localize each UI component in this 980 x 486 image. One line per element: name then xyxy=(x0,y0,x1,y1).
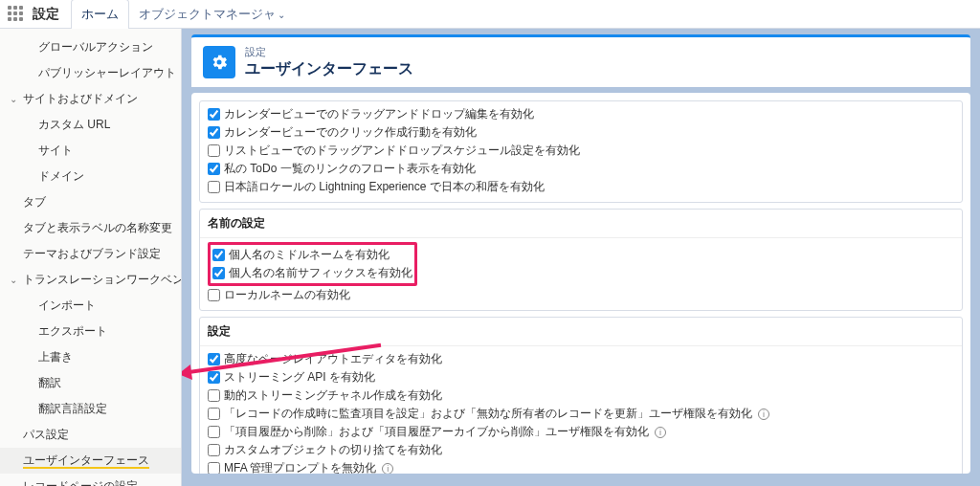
sidebar-item[interactable]: ユーザインターフェース xyxy=(0,448,181,474)
checkbox-row: 高度なページレイアウトエディタを有効化 xyxy=(208,350,954,368)
sidebar-item-label: タブ xyxy=(23,195,46,209)
sidebar-item[interactable]: タブ xyxy=(0,189,181,215)
checkbox-row: 「項目履歴から削除」および「項目履歴アーカイブから削除」ユーザ権限を有効化i xyxy=(208,423,954,441)
sidebar-item[interactable]: パブリッシャーレイアウト xyxy=(0,60,181,86)
sidebar-item[interactable]: テーマおよびブランド設定 xyxy=(0,241,181,267)
checkbox[interactable] xyxy=(208,108,220,121)
checkbox-label: リストビューでのドラッグアンドドロップスケジュール設定を有効化 xyxy=(224,143,580,159)
section-title: 設定 xyxy=(200,318,962,346)
sidebar-item-label: 翻訳言語設定 xyxy=(38,402,107,415)
checkbox[interactable] xyxy=(208,462,220,474)
checkbox-row: 私の ToDo 一覧のリンクのフロート表示を有効化 xyxy=(208,160,954,178)
info-icon[interactable]: i xyxy=(655,427,666,438)
info-icon[interactable]: i xyxy=(758,409,769,420)
tab-home[interactable]: ホーム xyxy=(71,0,129,29)
sidebar-item-label: グローバルアクション xyxy=(38,40,153,54)
topbar: 設定 ホーム オブジェクトマネージャ⌄ xyxy=(0,0,980,29)
sidebar-item-label: テーマおよびブランド設定 xyxy=(23,247,161,260)
checkbox[interactable] xyxy=(208,426,220,438)
checkbox[interactable] xyxy=(208,353,220,365)
checkbox[interactable] xyxy=(208,126,220,139)
tab-object-manager[interactable]: オブジェクトマネージャ⌄ xyxy=(129,0,295,29)
checkbox-row: 動的ストリーミングチャネル作成を有効化 xyxy=(208,387,954,405)
setup-sidebar: グローバルアクションパブリッシャーレイアウトサイトおよびドメインカスタム URL… xyxy=(0,29,182,486)
sidebar-item[interactable]: インポート xyxy=(0,293,181,319)
checkbox-label: 私の ToDo 一覧のリンクのフロート表示を有効化 xyxy=(224,161,476,177)
main-panel: 設定 ユーザインターフェース カレンダービューでのドラッグアンドドロップ編集を有… xyxy=(182,29,980,486)
checkbox-label: ローカルネームの有効化 xyxy=(224,287,350,303)
sidebar-item[interactable]: 上書き xyxy=(0,344,181,370)
breadcrumb: 設定 xyxy=(245,45,413,59)
checkbox-label: ストリーミング API を有効化 xyxy=(224,369,375,386)
checkbox-label: カレンダービューでのドラッグアンドドロップ編集を有効化 xyxy=(224,106,534,122)
checkbox[interactable] xyxy=(212,267,225,279)
checkbox[interactable] xyxy=(208,389,220,402)
sidebar-item-label: ユーザインターフェース xyxy=(23,453,149,469)
sidebar-item[interactable]: カスタム URL xyxy=(0,112,181,138)
checkbox-row: カレンダービューでのドラッグアンドドロップ編集を有効化 xyxy=(208,105,954,123)
sidebar-item[interactable]: ドメイン xyxy=(0,164,181,189)
sidebar-item[interactable]: 翻訳言語設定 xyxy=(0,396,181,422)
section-ui: カレンダービューでのドラッグアンドドロップ編集を有効化カレンダービューでのクリッ… xyxy=(199,100,963,203)
highlight-box: 個人名のミドルネームを有効化個人名の名前サフィックスを有効化 xyxy=(208,242,417,286)
section-settings: 設定 高度なページレイアウトエディタを有効化ストリーミング API を有効化動的… xyxy=(199,317,963,474)
section-name: 名前の設定 個人名のミドルネームを有効化個人名の名前サフィックスを有効化 ローカ… xyxy=(199,209,963,311)
info-icon[interactable]: i xyxy=(382,463,393,475)
checkbox-label: カスタムオブジェクトの切り捨てを有効化 xyxy=(224,442,442,458)
sidebar-item-label: カスタム URL xyxy=(38,118,110,131)
sidebar-item[interactable]: サイトおよびドメイン xyxy=(0,86,181,112)
checkbox-label: カレンダービューでのクリック作成行動を有効化 xyxy=(224,124,477,141)
sidebar-item[interactable]: パス設定 xyxy=(0,422,181,448)
checkbox[interactable] xyxy=(212,249,225,261)
checkbox-label: 「レコードの作成時に監査項目を設定」および「無効な所有者のレコードを更新」ユーザ… xyxy=(224,406,752,422)
sidebar-item-label: 上書き xyxy=(38,350,73,364)
sidebar-item-label: インポート xyxy=(38,298,96,312)
sidebar-item[interactable]: 翻訳 xyxy=(0,370,181,396)
checkbox[interactable] xyxy=(208,371,220,384)
sidebar-item[interactable]: グローバルアクション xyxy=(0,34,181,60)
checkbox-row: ローカルネームの有効化 xyxy=(208,286,954,304)
sidebar-item[interactable]: トランスレーションワークベンチ xyxy=(0,267,181,293)
checkbox-row: 「レコードの作成時に監査項目を設定」および「無効な所有者のレコードを更新」ユーザ… xyxy=(208,405,954,423)
sidebar-item[interactable]: タブと表示ラベルの名称変更 xyxy=(0,215,181,241)
checkbox-row: MFA 管理プロンプトを無効化i xyxy=(208,459,954,474)
sidebar-item[interactable]: サイト xyxy=(0,138,181,164)
checkbox-label: 高度なページレイアウトエディタを有効化 xyxy=(224,351,442,367)
checkbox[interactable] xyxy=(208,444,220,456)
sidebar-item-label: トランスレーションワークベンチ xyxy=(23,273,182,286)
sidebar-item-label: タブと表示ラベルの名称変更 xyxy=(23,221,172,234)
checkbox-row: リストビューでのドラッグアンドドロップスケジュール設定を有効化 xyxy=(208,142,954,160)
checkbox[interactable] xyxy=(208,144,220,157)
sidebar-item-label: 翻訳 xyxy=(38,376,61,389)
setup-title: 設定 xyxy=(33,6,59,23)
checkbox-row: 日本語ロケールの Lightning Experience で日本の和暦を有効化 xyxy=(208,178,954,196)
checkbox-label: 動的ストリーミングチャネル作成を有効化 xyxy=(224,387,442,404)
sidebar-item-label: サイト xyxy=(38,144,73,157)
sidebar-item-label: パス設定 xyxy=(23,428,69,441)
page-header: 設定 ユーザインターフェース xyxy=(191,34,970,87)
sidebar-item[interactable]: レコードページの設定 xyxy=(0,474,181,486)
page-title: ユーザインターフェース xyxy=(245,59,413,79)
checkbox-label: 日本語ロケールの Lightning Experience で日本の和暦を有効化 xyxy=(224,179,545,195)
checkbox-label: 「項目履歴から削除」および「項目履歴アーカイブから削除」ユーザ権限を有効化 xyxy=(224,424,649,440)
checkbox[interactable] xyxy=(208,181,220,193)
sidebar-item-label: ドメイン xyxy=(38,169,84,183)
checkbox-row: 個人名の名前サフィックスを有効化 xyxy=(212,264,412,282)
chevron-down-icon: ⌄ xyxy=(278,10,285,20)
checkbox-row: カスタムオブジェクトの切り捨てを有効化 xyxy=(208,441,954,459)
checkbox-label: 個人名の名前サフィックスを有効化 xyxy=(229,265,412,281)
sidebar-item-label: パブリッシャーレイアウト xyxy=(38,66,176,79)
checkbox[interactable] xyxy=(208,163,220,175)
sidebar-item[interactable]: エクスポート xyxy=(0,319,181,344)
checkbox[interactable] xyxy=(208,408,220,420)
checkbox[interactable] xyxy=(208,289,220,301)
sidebar-item-label: レコードページの設定 xyxy=(23,479,138,486)
checkbox-label: 個人名のミドルネームを有効化 xyxy=(229,247,390,263)
checkbox-row: カレンダービューでのクリック作成行動を有効化 xyxy=(208,123,954,142)
sidebar-item-label: エクスポート xyxy=(38,324,107,338)
content-card: カレンダービューでのドラッグアンドドロップ編集を有効化カレンダービューでのクリッ… xyxy=(191,93,970,474)
section-title: 名前の設定 xyxy=(200,210,962,238)
app-launcher-icon[interactable] xyxy=(8,6,25,23)
gear-icon xyxy=(203,46,235,78)
checkbox-row: 個人名のミドルネームを有効化 xyxy=(212,246,412,264)
